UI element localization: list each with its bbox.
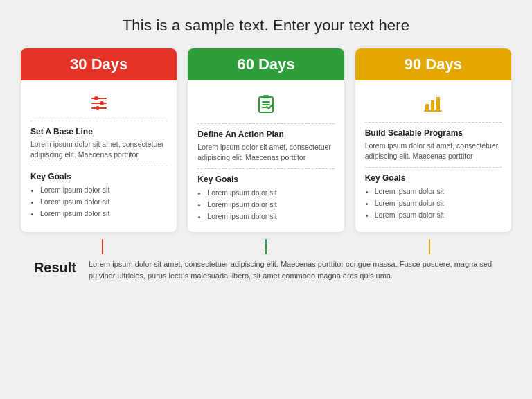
list-item: Lorem ipsum dolor sit bbox=[207, 211, 334, 222]
card-body-card-60: Define An Action PlanLorem ipsum dolor s… bbox=[188, 80, 344, 232]
card-body-card-90: Build Scalable ProgramsLorem ipsum dolor… bbox=[355, 80, 511, 232]
card-header-card-30: 30 Days bbox=[21, 48, 177, 80]
svg-point-5 bbox=[96, 106, 100, 110]
goals-list-card-90: Lorem ipsum dolor sitLorem ipsum dolor s… bbox=[365, 186, 502, 220]
card-body-card-30: Set A Base LineLorem ipsum dolor sit ame… bbox=[21, 80, 177, 232]
divider bbox=[30, 166, 167, 166]
goals-title-card-60: Key Goals bbox=[197, 175, 334, 184]
goals-title-card-30: Key Goals bbox=[30, 172, 167, 181]
connector-card-90 bbox=[348, 239, 511, 254]
section-body-card-30: Lorem ipsum dolor sit amet, consectetuer… bbox=[30, 139, 167, 160]
card-icon-card-90 bbox=[365, 94, 502, 115]
card-header-card-60: 60 Days bbox=[188, 48, 344, 80]
result-label: Result bbox=[21, 258, 76, 276]
goals-title-card-90: Key Goals bbox=[365, 173, 502, 183]
connector-line-card-60 bbox=[265, 239, 267, 254]
goals-list-card-30: Lorem ipsum dolor sitLorem ipsum dolor s… bbox=[30, 184, 167, 219]
result-text: Lorem ipsum dolor sit amet, consectetuer… bbox=[89, 258, 511, 282]
section-body-card-90: Lorem ipsum dolor sit amet, consectetuer… bbox=[365, 141, 502, 161]
svg-rect-7 bbox=[263, 95, 269, 98]
connector-line-card-30 bbox=[102, 239, 104, 254]
svg-rect-13 bbox=[436, 97, 440, 110]
list-item: Lorem ipsum dolor sit bbox=[375, 209, 502, 221]
page-title: This is a sample text. Enter your text h… bbox=[123, 17, 410, 35]
list-item: Lorem ipsum dolor sit bbox=[40, 184, 167, 196]
section-title-card-90: Build Scalable Programs bbox=[365, 128, 502, 138]
list-item: Lorem ipsum dolor sit bbox=[375, 186, 502, 197]
section-body-card-60: Lorem ipsum dolor sit amet, consectetuer… bbox=[197, 142, 334, 163]
svg-rect-12 bbox=[431, 100, 434, 110]
card-card-30: 30 Days Set A Base LineLorem ipsum dolor… bbox=[21, 48, 177, 232]
card-card-90: 90 Days Build Scalable ProgramsLorem ips… bbox=[355, 48, 511, 232]
list-item: Lorem ipsum dolor sit bbox=[207, 187, 334, 199]
goals-list-card-60: Lorem ipsum dolor sitLorem ipsum dolor s… bbox=[197, 187, 334, 222]
result-row: Result Lorem ipsum dolor sit amet, conse… bbox=[21, 258, 511, 282]
connector-card-60 bbox=[184, 239, 348, 254]
card-card-60: 60 Days Define An Action PlanLorem ipsum… bbox=[188, 48, 344, 232]
card-icon-card-60 bbox=[197, 94, 334, 116]
divider bbox=[30, 121, 167, 121]
card-header-card-90: 90 Days bbox=[355, 48, 511, 80]
divider bbox=[197, 123, 334, 124]
connector-card-30 bbox=[21, 239, 184, 254]
svg-point-3 bbox=[100, 101, 104, 105]
list-item: Lorem ipsum dolor sit bbox=[375, 197, 502, 209]
section-title-card-60: Define An Action Plan bbox=[197, 130, 334, 139]
svg-point-1 bbox=[94, 96, 98, 100]
divider bbox=[365, 167, 502, 168]
svg-rect-11 bbox=[425, 104, 429, 110]
cards-row: 30 Days Set A Base LineLorem ipsum dolor… bbox=[21, 48, 511, 232]
list-item: Lorem ipsum dolor sit bbox=[40, 208, 167, 220]
section-title-card-30: Set A Base Line bbox=[30, 127, 167, 136]
connector-line-card-90 bbox=[429, 239, 431, 254]
card-icon-card-30 bbox=[30, 94, 167, 114]
divider bbox=[197, 168, 334, 169]
connector-row bbox=[21, 239, 511, 254]
list-item: Lorem ipsum dolor sit bbox=[40, 196, 167, 208]
list-item: Lorem ipsum dolor sit bbox=[207, 199, 334, 211]
divider bbox=[365, 122, 502, 123]
